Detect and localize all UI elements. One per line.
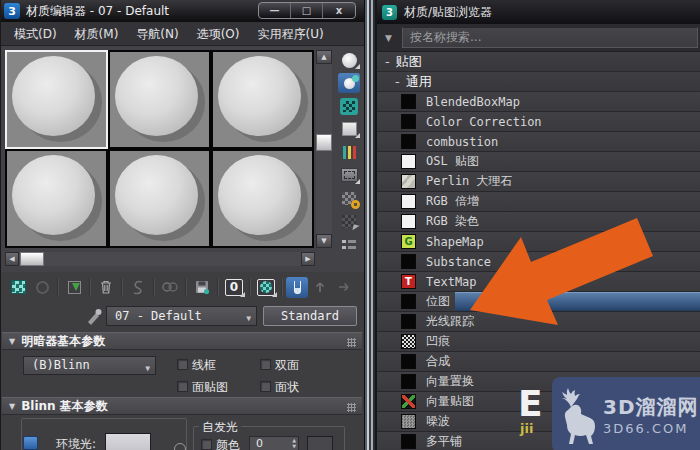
list-item[interactable]: 合成 [377, 352, 700, 372]
reset-material-button[interactable] [95, 277, 117, 298]
map-item-label: 向量贴图 [426, 393, 474, 410]
vertical-scroll-thumb[interactable] [316, 134, 332, 151]
chevron-down-icon[interactable]: ▼ [385, 33, 392, 43]
sample-slot[interactable] [108, 50, 211, 149]
make-material-copy-button[interactable] [127, 277, 149, 298]
menu-item-3[interactable]: 选项(O) [188, 22, 249, 46]
get-material-button[interactable] [7, 277, 29, 298]
browser-title-bar[interactable]: 3 材质/贴图浏览器 [377, 0, 700, 24]
map-swatch-icon [401, 194, 416, 209]
floppy-disk-icon [194, 279, 210, 295]
list-item[interactable]: RGB 倍增 [377, 192, 700, 212]
search-input[interactable]: 按名称搜索... [402, 27, 698, 48]
list-item[interactable]: combustion [377, 132, 700, 152]
list-item[interactable]: 位图 [377, 292, 700, 312]
put-material-icon [36, 281, 49, 294]
title-bar[interactable]: 3 材质编辑器 - 07 - Default — □ x [1, 0, 364, 22]
close-button[interactable]: x [323, 3, 355, 18]
app-logo-icon: 3 [382, 5, 397, 20]
go-to-parent-button[interactable] [309, 277, 331, 298]
material-type-button[interactable]: Standard [263, 306, 357, 326]
put-to-library-button[interactable] [191, 277, 213, 298]
rollout-handle-icon [347, 338, 356, 347]
list-item[interactable]: 光线跟踪 [377, 312, 700, 332]
list-item[interactable]: GShapeMap [377, 232, 700, 252]
sample-slot[interactable] [5, 149, 108, 248]
list-item[interactable]: Color Correction [377, 112, 700, 132]
palette-horizontal-scrollbar[interactable]: ◀ ▶ [5, 252, 315, 266]
faceted-checkbox[interactable] [260, 381, 271, 392]
options-button[interactable] [338, 188, 360, 208]
shader-type-dropdown[interactable]: (B)Blinn ▼ [23, 356, 156, 375]
material-id-channel-button[interactable]: 0 [223, 277, 245, 298]
browser-title: 材质/贴图浏览器 [404, 4, 492, 21]
select-by-material-button[interactable] [338, 211, 360, 231]
backlight-button[interactable] [338, 73, 360, 93]
sample-slot[interactable] [211, 149, 314, 248]
scroll-left-button[interactable]: ◀ [5, 252, 19, 266]
ambient-color-swatch[interactable] [105, 433, 151, 450]
show-material-in-viewport-button[interactable] [255, 277, 277, 298]
make-unique-button[interactable] [159, 277, 181, 298]
put-material-to-scene-button[interactable] [31, 277, 53, 298]
wire-checkbox[interactable] [177, 359, 188, 370]
scroll-right-button[interactable]: ▶ [301, 252, 315, 266]
pick-material-eyedropper-icon[interactable] [85, 305, 103, 325]
list-item[interactable]: TTextMap [377, 272, 700, 292]
menu-bar: 模式(D)材质(M)导航(N)选项(O)实用程序(U) [1, 22, 364, 46]
sample-slot[interactable] [5, 50, 108, 149]
list-item[interactable]: Perlin 大理石 [377, 172, 700, 192]
video-color-check-button[interactable] [338, 142, 360, 162]
self-illum-color-checkbox[interactable] [201, 439, 212, 450]
horizontal-scroll-thumb[interactable] [20, 252, 44, 266]
material-toolbar: 0 [1, 272, 364, 302]
list-item[interactable]: Substance [377, 252, 700, 272]
go-forward-icon [336, 279, 352, 295]
face-map-checkbox[interactable] [177, 381, 188, 392]
palette-vertical-scrollbar[interactable]: ▲ ▼ [316, 50, 332, 248]
map-item-label: 多平铺 [426, 433, 462, 450]
scroll-up-button[interactable]: ▲ [316, 50, 332, 64]
make-preview-button[interactable] [338, 165, 360, 185]
blinn-basic-params-rollout[interactable]: ▼ Blinn 基本参数 [2, 397, 362, 415]
lock-ambient-diffuse-icon[interactable] [23, 436, 38, 450]
spinner-arrows-icon[interactable]: ▲▼ [292, 437, 296, 449]
section-maps[interactable]: - 贴图 [377, 52, 700, 72]
assign-material-button[interactable] [63, 277, 85, 298]
sample-uv-tiling-button[interactable] [338, 119, 360, 139]
menu-item-4[interactable]: 实用程序(U) [248, 22, 332, 46]
material-name-dropdown[interactable]: 07 - Default ▼ [106, 306, 257, 326]
menu-item-1[interactable]: 材质(M) [66, 22, 128, 46]
minimize-button[interactable]: — [259, 3, 291, 18]
sample-slot[interactable] [108, 149, 211, 248]
copy-swirl-icon [130, 279, 146, 295]
test-tube-icon [286, 277, 308, 298]
list-item[interactable]: 凹痕 [377, 332, 700, 352]
menu-item-0[interactable]: 模式(D) [5, 22, 66, 46]
window-title: 材质编辑器 - 07 - Default [26, 3, 169, 20]
show-end-result-button[interactable] [286, 277, 308, 298]
section-label: 贴图 [396, 52, 422, 72]
sample-type-sphere-button[interactable] [338, 50, 360, 70]
backlight-icon [338, 73, 360, 93]
self-illum-spinner[interactable]: 0 ▲▼ [249, 436, 299, 450]
two-sided-checkbox[interactable] [260, 359, 271, 370]
window-frame-divider[interactable] [364, 0, 377, 450]
list-item[interactable]: BlendedBoxMap [377, 92, 700, 112]
list-item[interactable]: OSL 贴图 [377, 152, 700, 172]
shader-basic-params-rollout[interactable]: ▼ 明暗器基本参数 [2, 332, 362, 350]
material-map-navigator-button[interactable] [338, 234, 360, 254]
go-forward-sibling-button[interactable] [333, 277, 355, 298]
map-swatch-icon [401, 94, 416, 109]
rollout-title: 明暗器基本参数 [21, 333, 105, 350]
section-general[interactable]: - 通用 [377, 72, 700, 92]
list-item[interactable]: RGB 染色 [377, 212, 700, 232]
menu-item-2[interactable]: 导航(N) [127, 22, 187, 46]
sample-slot[interactable] [211, 50, 314, 149]
scroll-down-button[interactable]: ▼ [316, 234, 332, 248]
maximize-button[interactable]: □ [291, 3, 323, 18]
background-button[interactable] [338, 96, 360, 116]
self-illum-color-swatch[interactable] [307, 436, 333, 450]
lock-icon[interactable] [174, 443, 186, 450]
collapse-icon: - [385, 52, 390, 72]
